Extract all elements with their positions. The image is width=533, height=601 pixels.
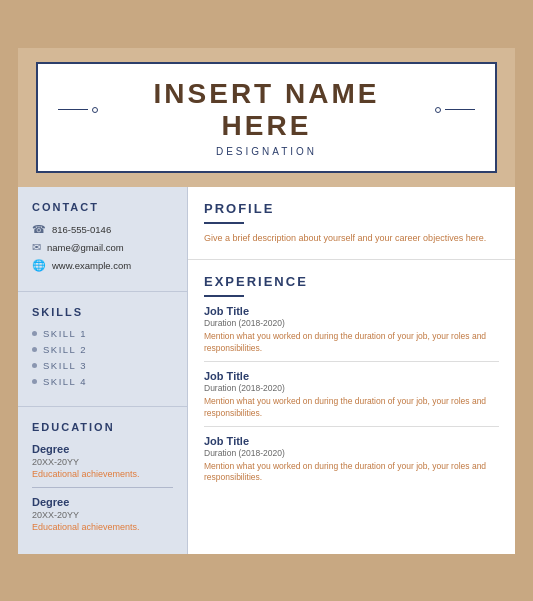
edu-divider: [32, 487, 173, 488]
job-entry-1: Job Title Duration (2018-2020) Mention w…: [204, 305, 499, 355]
skill-dot-1: [32, 331, 37, 336]
job-title-3: Job Title: [204, 435, 499, 447]
skill-dot-3: [32, 363, 37, 368]
job-entry-2: Job Title Duration (2018-2020) Mention w…: [204, 370, 499, 420]
skills-title: SKILLS: [32, 306, 173, 318]
edu-year-1: 20XX-20YY: [32, 457, 173, 467]
website-icon: 🌐: [32, 259, 46, 272]
job-title-2: Job Title: [204, 370, 499, 382]
skill-dot-4: [32, 379, 37, 384]
skill-label-2: SKILL 2: [43, 344, 87, 355]
contact-email: ✉ name@gmail.com: [32, 241, 173, 254]
experience-title: EXPERIENCE: [204, 274, 499, 289]
experience-underline: [204, 295, 244, 297]
edu-entry-1: Degree 20XX-20YY Educational achievement…: [32, 443, 173, 479]
contact-title: CONTACT: [32, 201, 173, 213]
header-deco-right: [435, 107, 475, 113]
header-section: INSERT NAME HERE DESIGNATION: [18, 48, 515, 187]
skill-label-4: SKILL 4: [43, 376, 87, 387]
header-designation: DESIGNATION: [58, 146, 475, 157]
skill-label-3: SKILL 3: [43, 360, 87, 371]
deco-circle-right: [435, 107, 441, 113]
education-section: EDUCATION Degree 20XX-20YY Educational a…: [18, 407, 187, 554]
edu-year-2: 20XX-20YY: [32, 510, 173, 520]
edu-degree-2: Degree: [32, 496, 173, 508]
contact-website: 🌐 www.example.com: [32, 259, 173, 272]
edu-degree-1: Degree: [32, 443, 173, 455]
header-name: INSERT NAME HERE: [58, 78, 475, 142]
edu-desc-2: Educational achievements.: [32, 522, 173, 532]
job-duration-1: Duration (2018-2020): [204, 318, 499, 328]
experience-section: EXPERIENCE Job Title Duration (2018-2020…: [188, 260, 515, 504]
job-desc-1: Mention what you worked on during the du…: [204, 331, 499, 355]
edu-desc-1: Educational achievements.: [32, 469, 173, 479]
deco-line-left: [58, 109, 88, 110]
resume: INSERT NAME HERE DESIGNATION CONTACT ☎: [18, 48, 515, 554]
email-text: name@gmail.com: [47, 242, 124, 253]
skills-section: SKILLS SKILL 1 SKILL 2 SKILL 3: [18, 292, 187, 407]
profile-desc: Give a brief description about yourself …: [204, 232, 499, 246]
skill-item-4: SKILL 4: [32, 376, 173, 387]
email-icon: ✉: [32, 241, 41, 254]
job-duration-3: Duration (2018-2020): [204, 448, 499, 458]
profile-underline: [204, 222, 244, 224]
resume-wrapper: INSERT NAME HERE DESIGNATION CONTACT ☎: [0, 30, 533, 572]
left-column: CONTACT ☎ 816-555-0146 ✉ name@gmail.com …: [18, 187, 188, 554]
skill-dot-2: [32, 347, 37, 352]
phone-icon: ☎: [32, 223, 46, 236]
edu-entry-2: Degree 20XX-20YY Educational achievement…: [32, 496, 173, 532]
header-inner: INSERT NAME HERE DESIGNATION: [36, 62, 497, 173]
skill-item-1: SKILL 1: [32, 328, 173, 339]
profile-section: PROFILE Give a brief description about y…: [188, 187, 515, 261]
contact-phone: ☎ 816-555-0146: [32, 223, 173, 236]
job-desc-2: Mention what you worked on during the du…: [204, 396, 499, 420]
job-title-1: Job Title: [204, 305, 499, 317]
job-divider-1: [204, 361, 499, 362]
job-entry-3: Job Title Duration (2018-2020) Mention w…: [204, 435, 499, 485]
deco-circle-left: [92, 107, 98, 113]
skill-item-3: SKILL 3: [32, 360, 173, 371]
job-desc-3: Mention what you worked on during the du…: [204, 461, 499, 485]
deco-line-right: [445, 109, 475, 110]
job-divider-2: [204, 426, 499, 427]
website-text: www.example.com: [52, 260, 131, 271]
contact-section: CONTACT ☎ 816-555-0146 ✉ name@gmail.com …: [18, 187, 187, 292]
name-text: INSERT NAME HERE: [108, 78, 425, 142]
body-row: CONTACT ☎ 816-555-0146 ✉ name@gmail.com …: [18, 187, 515, 554]
right-column: PROFILE Give a brief description about y…: [188, 187, 515, 554]
profile-title: PROFILE: [204, 201, 499, 216]
education-title: EDUCATION: [32, 421, 173, 433]
header-deco-left: [58, 107, 98, 113]
skill-label-1: SKILL 1: [43, 328, 87, 339]
skill-item-2: SKILL 2: [32, 344, 173, 355]
phone-text: 816-555-0146: [52, 224, 111, 235]
job-duration-2: Duration (2018-2020): [204, 383, 499, 393]
